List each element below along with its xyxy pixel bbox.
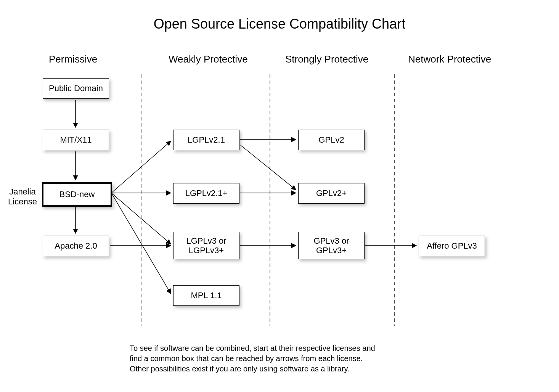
node-mpl: MPL 1.1 [173,285,239,306]
edge-lgpl21-gpl2p [240,145,296,190]
caption-line3: Other possibilities exist if you are onl… [130,364,375,374]
node-gpl2: GPLv2 [298,130,365,150]
node-apache: Apache 2.0 [43,236,109,256]
diagram-canvas: Open Source License Compatibility Chart … [0,0,559,392]
edge-bsd-mpl [111,193,171,294]
node-lgpl3: LGPLv3 or LGPLv3+ [173,232,239,259]
caption-line2: find a common box that can be reached by… [130,353,375,364]
node-gpl2p: GPLv2+ [298,183,365,204]
node-public-domain: Public Domain [43,78,109,99]
node-mit: MIT/X11 [43,130,109,150]
node-lgpl21p: LGPLv2.1+ [173,183,239,204]
column-header-weakly: Weakly Protective [169,53,248,65]
column-header-permissive: Permissive [49,53,97,65]
column-header-strongly: Strongly Protective [285,53,368,65]
edge-bsd-lgpl3 [111,193,171,244]
janelia-side-label: Janelia License [5,187,40,207]
column-header-network: Network Protective [408,53,491,65]
chart-title: Open Source License Compatibility Chart [0,16,559,32]
node-bsd-new: BSD-new [42,182,112,207]
caption-line1: To see if software can be combined, star… [130,343,375,353]
edge-bsd-lgpl21 [111,141,171,193]
node-lgpl21: LGPLv2.1 [173,130,239,150]
janelia-label-line1: Janelia [9,187,36,196]
janelia-label-line2: License [8,197,37,206]
node-gpl3: GPLv3 or GPLv3+ [298,232,365,259]
node-affero: Affero GPLv3 [419,236,485,256]
diagram-caption: To see if software can be combined, star… [130,343,375,374]
